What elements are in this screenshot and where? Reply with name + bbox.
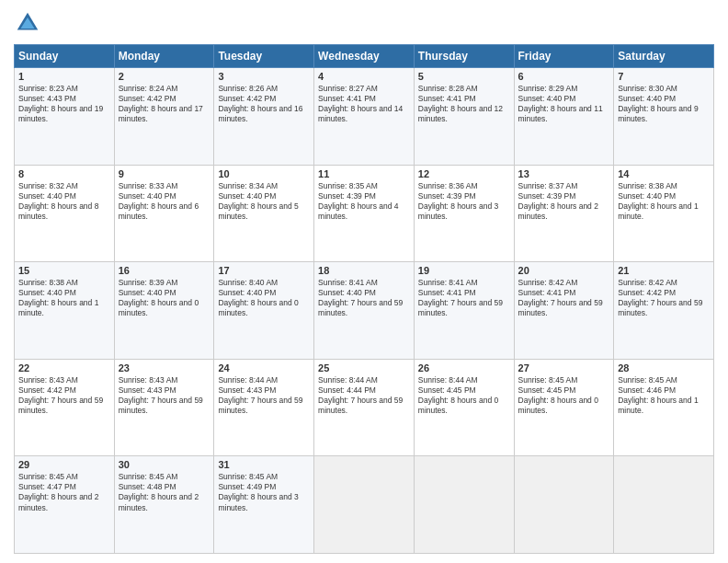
calendar-cell: 20Sunrise: 8:42 AMSunset: 4:41 PMDayligh… [514, 262, 614, 360]
day-number: 24 [218, 362, 310, 373]
day-number: 3 [218, 71, 310, 82]
cell-details: Sunrise: 8:42 AMSunset: 4:42 PMDaylight:… [618, 278, 702, 317]
day-number: 19 [418, 265, 510, 276]
calendar-header-row: SundayMondayTuesdayWednesdayThursdayFrid… [15, 45, 714, 68]
cell-details: Sunrise: 8:24 AMSunset: 4:42 PMDaylight:… [119, 84, 203, 123]
calendar-cell: 7Sunrise: 8:30 AMSunset: 4:40 PMDaylight… [614, 68, 714, 166]
day-number: 26 [418, 362, 510, 373]
page: SundayMondayTuesdayWednesdayThursdayFrid… [0, 0, 728, 563]
calendar-cell: 10Sunrise: 8:34 AMSunset: 4:40 PMDayligh… [214, 165, 314, 262]
calendar-cell: 4Sunrise: 8:27 AMSunset: 4:41 PMDaylight… [314, 68, 415, 166]
calendar-cell [314, 456, 415, 554]
cell-details: Sunrise: 8:36 AMSunset: 4:39 PMDaylight:… [418, 181, 498, 221]
cell-details: Sunrise: 8:35 AMSunset: 4:39 PMDaylight:… [318, 181, 398, 221]
day-number: 10 [218, 168, 310, 179]
calendar-cell [614, 456, 714, 554]
day-number: 8 [18, 168, 110, 179]
cell-details: Sunrise: 8:30 AMSunset: 4:40 PMDaylight:… [618, 84, 698, 123]
calendar-cell: 26Sunrise: 8:44 AMSunset: 4:45 PMDayligh… [414, 359, 514, 456]
header [14, 9, 714, 37]
calendar-cell: 27Sunrise: 8:45 AMSunset: 4:45 PMDayligh… [514, 359, 614, 456]
calendar-cell: 19Sunrise: 8:41 AMSunset: 4:41 PMDayligh… [414, 262, 514, 360]
day-number: 18 [318, 265, 410, 276]
day-number: 20 [518, 265, 610, 276]
calendar-cell: 28Sunrise: 8:45 AMSunset: 4:46 PMDayligh… [614, 359, 714, 456]
day-number: 25 [318, 362, 410, 373]
day-number: 22 [18, 362, 110, 373]
cell-details: Sunrise: 8:44 AMSunset: 4:44 PMDaylight:… [318, 375, 403, 415]
calendar-cell: 29Sunrise: 8:45 AMSunset: 4:47 PMDayligh… [15, 456, 115, 554]
cell-details: Sunrise: 8:44 AMSunset: 4:45 PMDaylight:… [418, 375, 498, 415]
calendar-cell: 13Sunrise: 8:37 AMSunset: 4:39 PMDayligh… [514, 165, 614, 262]
cell-details: Sunrise: 8:45 AMSunset: 4:48 PMDaylight:… [119, 472, 199, 511]
cell-details: Sunrise: 8:26 AMSunset: 4:42 PMDaylight:… [218, 84, 302, 123]
calendar-cell: 3Sunrise: 8:26 AMSunset: 4:42 PMDaylight… [214, 68, 314, 166]
calendar-week-3: 15Sunrise: 8:38 AMSunset: 4:40 PMDayligh… [15, 262, 714, 360]
day-number: 21 [618, 265, 710, 276]
cell-details: Sunrise: 8:40 AMSunset: 4:40 PMDaylight:… [218, 278, 298, 317]
cell-details: Sunrise: 8:42 AMSunset: 4:41 PMDaylight:… [518, 278, 603, 317]
day-header-saturday: Saturday [614, 45, 714, 68]
day-number: 4 [318, 71, 410, 82]
day-number: 9 [119, 168, 210, 179]
day-header-sunday: Sunday [15, 45, 115, 68]
calendar-cell: 30Sunrise: 8:45 AMSunset: 4:48 PMDayligh… [114, 456, 214, 554]
day-header-friday: Friday [514, 45, 614, 68]
cell-details: Sunrise: 8:44 AMSunset: 4:43 PMDaylight:… [218, 375, 302, 415]
calendar-cell: 21Sunrise: 8:42 AMSunset: 4:42 PMDayligh… [614, 262, 714, 360]
cell-details: Sunrise: 8:38 AMSunset: 4:40 PMDaylight:… [618, 181, 698, 221]
cell-details: Sunrise: 8:41 AMSunset: 4:41 PMDaylight:… [418, 278, 503, 317]
day-number: 27 [518, 362, 610, 373]
day-number: 16 [119, 265, 210, 276]
logo [14, 9, 45, 37]
cell-details: Sunrise: 8:45 AMSunset: 4:45 PMDaylight:… [518, 375, 598, 415]
calendar-cell: 11Sunrise: 8:35 AMSunset: 4:39 PMDayligh… [314, 165, 415, 262]
cell-details: Sunrise: 8:32 AMSunset: 4:40 PMDaylight:… [18, 181, 98, 221]
cell-details: Sunrise: 8:29 AMSunset: 4:40 PMDaylight:… [518, 84, 603, 123]
cell-details: Sunrise: 8:38 AMSunset: 4:40 PMDaylight:… [18, 278, 98, 317]
calendar-week-4: 22Sunrise: 8:43 AMSunset: 4:42 PMDayligh… [15, 359, 714, 456]
day-number: 13 [518, 168, 610, 179]
calendar-cell: 23Sunrise: 8:43 AMSunset: 4:43 PMDayligh… [114, 359, 214, 456]
calendar-table: SundayMondayTuesdayWednesdayThursdayFrid… [14, 44, 714, 554]
cell-details: Sunrise: 8:27 AMSunset: 4:41 PMDaylight:… [318, 84, 403, 123]
calendar-week-2: 8Sunrise: 8:32 AMSunset: 4:40 PMDaylight… [15, 165, 714, 262]
day-number: 23 [119, 362, 210, 373]
calendar-cell: 1Sunrise: 8:23 AMSunset: 4:43 PMDaylight… [15, 68, 115, 166]
day-number: 5 [418, 71, 510, 82]
calendar-cell: 18Sunrise: 8:41 AMSunset: 4:40 PMDayligh… [314, 262, 415, 360]
cell-details: Sunrise: 8:45 AMSunset: 4:47 PMDaylight:… [18, 472, 98, 511]
calendar-cell: 8Sunrise: 8:32 AMSunset: 4:40 PMDaylight… [15, 165, 115, 262]
calendar-cell: 31Sunrise: 8:45 AMSunset: 4:49 PMDayligh… [214, 456, 314, 554]
calendar-cell: 17Sunrise: 8:40 AMSunset: 4:40 PMDayligh… [214, 262, 314, 360]
day-number: 12 [418, 168, 510, 179]
day-header-tuesday: Tuesday [214, 45, 314, 68]
calendar-cell: 22Sunrise: 8:43 AMSunset: 4:42 PMDayligh… [15, 359, 115, 456]
calendar-cell: 24Sunrise: 8:44 AMSunset: 4:43 PMDayligh… [214, 359, 314, 456]
calendar-cell [414, 456, 514, 554]
calendar-week-5: 29Sunrise: 8:45 AMSunset: 4:47 PMDayligh… [15, 456, 714, 554]
day-number: 29 [18, 459, 110, 470]
day-header-thursday: Thursday [414, 45, 514, 68]
day-number: 1 [18, 71, 110, 82]
calendar-cell [514, 456, 614, 554]
cell-details: Sunrise: 8:28 AMSunset: 4:41 PMDaylight:… [418, 84, 503, 123]
calendar-week-1: 1Sunrise: 8:23 AMSunset: 4:43 PMDaylight… [15, 68, 714, 166]
day-number: 15 [18, 265, 110, 276]
calendar-cell: 5Sunrise: 8:28 AMSunset: 4:41 PMDaylight… [414, 68, 514, 166]
logo-icon [14, 9, 41, 37]
day-header-wednesday: Wednesday [314, 45, 415, 68]
calendar-cell: 12Sunrise: 8:36 AMSunset: 4:39 PMDayligh… [414, 165, 514, 262]
cell-details: Sunrise: 8:34 AMSunset: 4:40 PMDaylight:… [218, 181, 298, 221]
day-number: 30 [119, 459, 210, 470]
calendar-cell: 2Sunrise: 8:24 AMSunset: 4:42 PMDaylight… [114, 68, 214, 166]
day-number: 2 [119, 71, 210, 82]
cell-details: Sunrise: 8:39 AMSunset: 4:40 PMDaylight:… [119, 278, 199, 317]
day-number: 17 [218, 265, 310, 276]
day-number: 6 [518, 71, 610, 82]
calendar-cell: 14Sunrise: 8:38 AMSunset: 4:40 PMDayligh… [614, 165, 714, 262]
cell-details: Sunrise: 8:43 AMSunset: 4:42 PMDaylight:… [18, 375, 103, 415]
day-number: 11 [318, 168, 410, 179]
cell-details: Sunrise: 8:37 AMSunset: 4:39 PMDaylight:… [518, 181, 598, 221]
calendar-cell: 25Sunrise: 8:44 AMSunset: 4:44 PMDayligh… [314, 359, 415, 456]
